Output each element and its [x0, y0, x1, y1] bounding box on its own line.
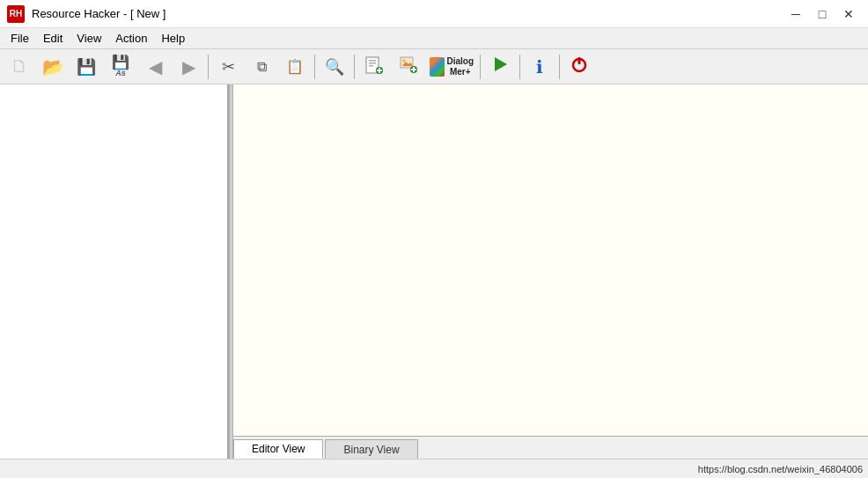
- toolbar: 🗋 📂 💾 💾 As ◀ ▶ ✂ ⧉ 📋 🔍: [0, 49, 868, 85]
- new-button[interactable]: 🗋: [4, 52, 35, 82]
- separator-6: [559, 55, 560, 79]
- separator-1: [208, 55, 209, 79]
- add-image-icon: [399, 55, 418, 78]
- forward-icon: ▶: [182, 56, 195, 77]
- tab-bar: Editor View Binary View: [233, 436, 868, 459]
- copy-icon: ⧉: [257, 59, 267, 75]
- svg-rect-1: [369, 60, 376, 62]
- run-icon: [490, 55, 510, 78]
- separator-3: [354, 55, 355, 79]
- run-button[interactable]: [484, 52, 516, 82]
- separator-5: [519, 55, 520, 79]
- close-button[interactable]: ✕: [836, 4, 861, 24]
- svg-marker-13: [495, 57, 507, 71]
- menu-file[interactable]: File: [4, 29, 36, 48]
- svg-rect-12: [411, 69, 416, 70]
- open-button[interactable]: 📂: [37, 52, 69, 82]
- menu-edit[interactable]: Edit: [36, 29, 70, 48]
- app-logo: RH: [7, 5, 25, 23]
- cut-icon: ✂: [222, 57, 235, 77]
- title-bar: RH Resource Hacker - [ New ] ─ □ ✕: [0, 0, 868, 28]
- new-resource-button[interactable]: [358, 52, 390, 82]
- cut-button[interactable]: ✂: [212, 52, 244, 82]
- dialog-menu-icon: [430, 57, 445, 77]
- left-panel[interactable]: [0, 85, 229, 459]
- svg-rect-3: [369, 65, 373, 67]
- svg-rect-15: [578, 57, 581, 64]
- save-icon: 💾: [77, 57, 96, 77]
- open-icon: 📂: [42, 56, 64, 77]
- title-bar-left: RH Resource Hacker - [ New ]: [7, 5, 166, 23]
- tab-editor-view[interactable]: Editor View: [233, 439, 323, 459]
- info-icon: ℹ: [536, 56, 543, 77]
- info-button[interactable]: ℹ: [524, 52, 555, 82]
- dialog-menu-button[interactable]: DialogMer+: [427, 52, 476, 82]
- tab-binary-view[interactable]: Binary View: [325, 439, 417, 459]
- save-button[interactable]: 💾: [70, 52, 102, 82]
- paste-icon: 📋: [286, 58, 304, 75]
- menu-bar: File Edit View Action Help: [0, 28, 868, 49]
- power-icon: [570, 55, 589, 78]
- new-icon: 🗋: [11, 56, 28, 77]
- svg-rect-6: [377, 70, 382, 71]
- paste-button[interactable]: 📋: [279, 52, 311, 82]
- window-controls: ─ □ ✕: [783, 4, 861, 24]
- new-resource-icon: [364, 55, 384, 78]
- menu-view[interactable]: View: [70, 29, 108, 48]
- copy-button[interactable]: ⧉: [246, 52, 277, 82]
- status-url: https://blog.csdn.net/weixin_46804006: [698, 464, 863, 474]
- menu-help[interactable]: Help: [154, 29, 192, 48]
- forward-button[interactable]: ▶: [173, 52, 204, 82]
- main-area: Editor View Binary View: [0, 85, 868, 459]
- maximize-button[interactable]: □: [810, 4, 835, 24]
- add-image-button[interactable]: [392, 52, 425, 82]
- find-button[interactable]: 🔍: [319, 52, 350, 82]
- minimize-button[interactable]: ─: [783, 4, 808, 24]
- dialog-menu-label: DialogMer+: [446, 56, 474, 77]
- search-icon: 🔍: [325, 57, 344, 77]
- svg-rect-2: [369, 63, 376, 64]
- editor-area[interactable]: [233, 85, 868, 436]
- window-title: Resource Hacker - [ New ]: [32, 7, 166, 20]
- svg-point-9: [403, 60, 406, 63]
- separator-2: [314, 55, 315, 79]
- saveas-icon: 💾 As: [112, 55, 129, 77]
- separator-4: [480, 55, 481, 79]
- right-panel: Editor View Binary View: [233, 85, 868, 459]
- status-bar: https://blog.csdn.net/weixin_46804006: [0, 459, 868, 478]
- back-icon: ◀: [149, 56, 162, 77]
- back-button[interactable]: ◀: [139, 52, 171, 82]
- saveas-button[interactable]: 💾 As: [104, 52, 137, 82]
- menu-action[interactable]: Action: [108, 29, 154, 48]
- stop-button[interactable]: [563, 52, 595, 82]
